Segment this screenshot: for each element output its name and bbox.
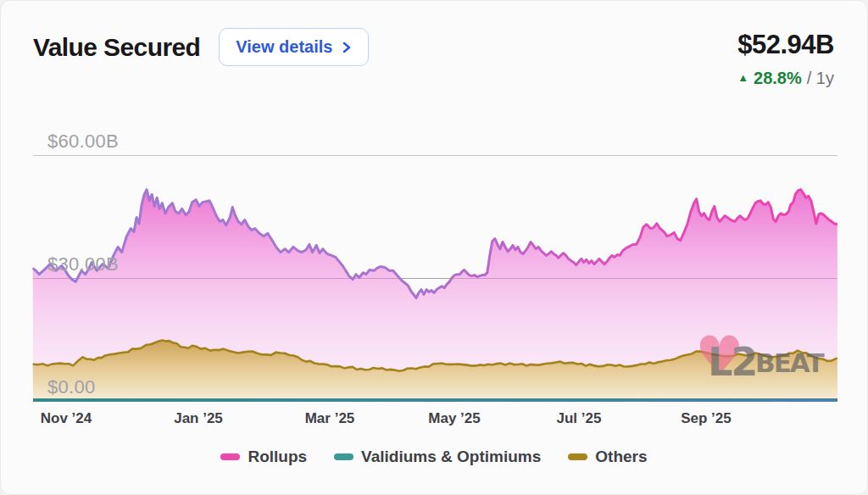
x-tick-label: Sep ’25 <box>659 410 753 427</box>
rollups-line <box>33 190 837 298</box>
value-secured-chart[interactable]: $60.00B $30.00B $0.00 <box>1 1 867 494</box>
legend-item-rollups[interactable]: Rollups <box>220 448 307 466</box>
x-tick-label: Jan ’25 <box>152 410 245 427</box>
others-swatch-icon <box>568 453 587 460</box>
x-tick-label: Mar ’25 <box>283 410 376 427</box>
validiums-area <box>33 399 837 402</box>
legend-label: Validiums & Optimiums <box>361 448 541 466</box>
watermark-l2: L2 <box>708 339 756 385</box>
y-tick-label-30b: $30.00B <box>47 253 119 275</box>
watermark-beat: BEAT <box>755 348 824 378</box>
legend-label: Rollups <box>248 448 307 466</box>
x-tick-label: Nov ’24 <box>19 410 113 427</box>
value-secured-card: Value Secured View details $52.94B ▲ 28.… <box>0 0 868 495</box>
legend-item-others[interactable]: Others <box>568 448 647 466</box>
x-tick-label: May ’25 <box>408 410 501 427</box>
y-tick-label-0: $0.00 <box>47 376 96 398</box>
legend-label: Others <box>595 448 647 466</box>
legend-item-validiums-optimiums[interactable]: Validiums & Optimiums <box>334 448 541 466</box>
chart-legend: Rollups Validiums & Optimiums Others <box>1 448 867 466</box>
y-tick-label-60b: $60.00B <box>47 131 119 153</box>
x-tick-label: Jul ’25 <box>532 410 626 427</box>
validiums-swatch-icon <box>334 453 353 460</box>
l2beat-watermark-logo: ♥ L2 BEAT <box>699 328 833 387</box>
rollups-swatch-icon <box>220 453 240 460</box>
